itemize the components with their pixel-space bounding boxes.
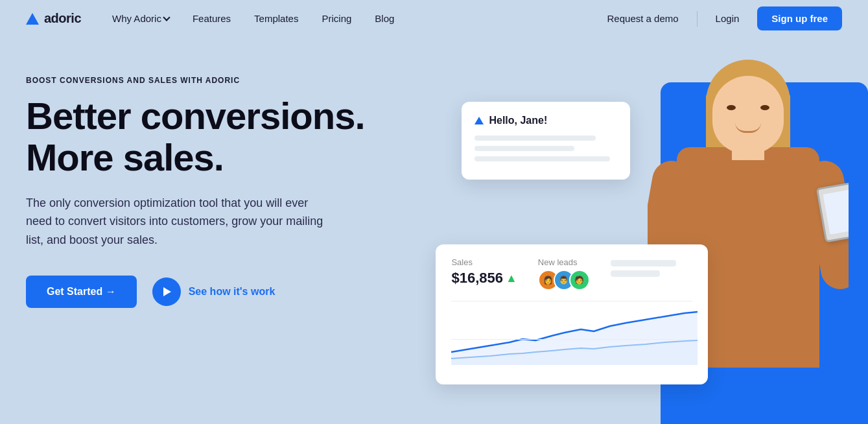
hero-subtext: The only conversion optimization tool th… <box>26 194 337 250</box>
chevron-down-icon <box>163 14 170 21</box>
line-chart <box>451 307 698 365</box>
leads-label: New leads <box>538 257 590 267</box>
stat-leads: New leads 👩 👨 🧑 <box>538 257 590 290</box>
stats-card: Sales $16,856 ▲ New leads 👩 👨 🧑 <box>436 244 708 384</box>
placeholder-line-1 <box>611 260 676 266</box>
hello-card-line-1 <box>475 135 596 141</box>
hero-right: Hello, Jane! Sales $16,856 ▲ New leads <box>475 63 842 424</box>
nav-item-features[interactable]: Features <box>182 8 241 29</box>
face <box>712 76 784 154</box>
logo-icon <box>26 13 39 25</box>
up-arrow-icon: ▲ <box>506 272 517 285</box>
placeholder-line-2 <box>611 270 660 277</box>
hello-card-header: Hello, Jane! <box>475 115 617 126</box>
hero-headline: Better conversions. More sales. <box>26 95 475 178</box>
chart-separator <box>451 301 692 301</box>
sales-label: Sales <box>451 257 517 267</box>
request-demo-button[interactable]: Request a demo <box>594 8 692 29</box>
nav-links: Why Adoric Features Templates Pricing Bl… <box>102 8 594 29</box>
nav-right: Request a demo Login Sign up free <box>594 6 842 30</box>
logo-text: adoric <box>44 11 81 26</box>
stat-sales: Sales $16,856 ▲ <box>451 257 517 287</box>
nav-item-why-adoric[interactable]: Why Adoric <box>102 8 180 29</box>
nav-item-blog[interactable]: Blog <box>364 8 405 29</box>
chart-area <box>451 307 692 371</box>
nav-divider <box>697 11 698 27</box>
hello-card-line-2 <box>475 146 574 151</box>
adoric-logo-small-icon <box>475 117 484 124</box>
chart-midline <box>451 339 692 340</box>
avatar-3: 🧑 <box>569 270 590 290</box>
logo[interactable]: adoric <box>26 11 81 26</box>
hello-card-greeting: Hello, Jane! <box>489 115 547 126</box>
see-how-link[interactable]: See how it's work <box>152 277 276 306</box>
signup-button[interactable]: Sign up free <box>757 6 842 30</box>
login-button[interactable]: Login <box>703 8 753 29</box>
hero-eyebrow: BOOST CONVERSIONS AND SALES WITH ADORIC <box>26 76 475 85</box>
play-button-circle <box>152 277 181 306</box>
play-icon <box>163 287 171 296</box>
hello-card-line-3 <box>475 156 610 161</box>
get-started-button[interactable]: Get Started → <box>26 276 137 308</box>
nav-item-pricing[interactable]: Pricing <box>311 8 362 29</box>
navbar: adoric Why Adoric Features Templates Pri… <box>0 0 868 37</box>
stats-row: Sales $16,856 ▲ New leads 👩 👨 🧑 <box>451 257 692 290</box>
nav-item-templates[interactable]: Templates <box>244 8 309 29</box>
hero-section: BOOST CONVERSIONS AND SALES WITH ADORIC … <box>0 37 868 424</box>
sales-value: $16,856 ▲ <box>451 270 517 287</box>
avatars-group: 👩 👨 🧑 <box>538 270 590 290</box>
hero-ctas: Get Started → See how it's work <box>26 276 475 308</box>
hello-jane-card: Hello, Jane! <box>462 102 630 180</box>
hero-left: BOOST CONVERSIONS AND SALES WITH ADORIC … <box>26 63 475 424</box>
stat-placeholder <box>611 257 693 277</box>
